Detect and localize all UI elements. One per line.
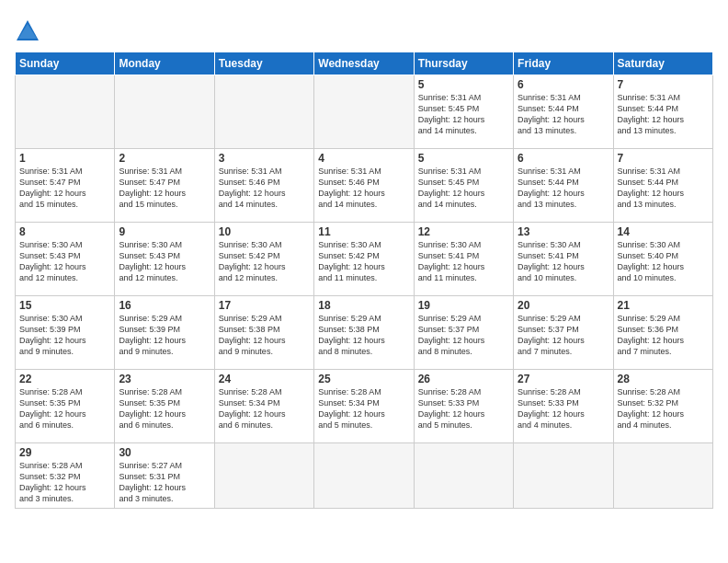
day-number: 5: [418, 78, 509, 91]
cell-info: Sunrise: 5:31 AM Sunset: 5:45 PM Dayligh…: [418, 166, 509, 211]
cell-info: Sunrise: 5:28 AM Sunset: 5:34 PM Dayligh…: [318, 386, 409, 431]
day-number: 5: [418, 152, 509, 165]
calendar-cell: 11Sunrise: 5:30 AM Sunset: 5:42 PM Dayli…: [314, 223, 414, 296]
cell-info: Sunrise: 5:28 AM Sunset: 5:32 PM Dayligh…: [618, 386, 709, 431]
day-number: 10: [219, 225, 310, 238]
day-number: 4: [318, 152, 409, 165]
calendar-cell: 12Sunrise: 5:30 AM Sunset: 5:41 PM Dayli…: [414, 223, 513, 296]
calendar-cell: 1Sunrise: 5:31 AM Sunset: 5:47 PM Daylig…: [16, 149, 115, 223]
calendar-cell: 8Sunrise: 5:30 AM Sunset: 5:43 PM Daylig…: [16, 223, 115, 296]
calendar-cell: 10Sunrise: 5:30 AM Sunset: 5:42 PM Dayli…: [214, 223, 313, 296]
day-number: 6: [518, 78, 609, 91]
calendar-cell: 17Sunrise: 5:29 AM Sunset: 5:38 PM Dayli…: [214, 296, 313, 370]
calendar-cell: 6Sunrise: 5:31 AM Sunset: 5:44 PM Daylig…: [514, 75, 613, 149]
cell-info: Sunrise: 5:31 AM Sunset: 5:46 PM Dayligh…: [219, 166, 310, 211]
cell-info: Sunrise: 5:30 AM Sunset: 5:39 PM Dayligh…: [19, 313, 110, 358]
cell-info: Sunrise: 5:29 AM Sunset: 5:37 PM Dayligh…: [418, 313, 509, 358]
day-number: 28: [618, 373, 709, 385]
cell-info: Sunrise: 5:30 AM Sunset: 5:41 PM Dayligh…: [418, 239, 509, 284]
calendar-cell: 23Sunrise: 5:28 AM Sunset: 5:35 PM Dayli…: [115, 370, 214, 443]
calendar-cell: 26Sunrise: 5:28 AM Sunset: 5:33 PM Dayli…: [414, 370, 513, 443]
day-header-thursday: Thursday: [414, 52, 513, 75]
cell-info: Sunrise: 5:30 AM Sunset: 5:42 PM Dayligh…: [318, 239, 409, 284]
day-number: 15: [19, 299, 110, 312]
calendar-cell: [214, 75, 313, 149]
cell-info: Sunrise: 5:31 AM Sunset: 5:44 PM Dayligh…: [518, 92, 609, 137]
logo-icon: [15, 18, 40, 44]
day-number: 23: [119, 373, 210, 385]
day-header-monday: Monday: [115, 52, 214, 75]
calendar-week-4: 22Sunrise: 5:28 AM Sunset: 5:35 PM Dayli…: [16, 370, 713, 443]
day-number: 6: [518, 152, 609, 165]
day-number: 14: [618, 225, 709, 238]
svg-marker-1: [18, 24, 37, 39]
cell-info: Sunrise: 5:30 AM Sunset: 5:40 PM Dayligh…: [618, 239, 709, 284]
day-header-friday: Friday: [514, 52, 613, 75]
calendar-cell: [214, 443, 313, 509]
calendar-cell: 7Sunrise: 5:31 AM Sunset: 5:44 PM Daylig…: [613, 75, 712, 149]
cell-info: Sunrise: 5:29 AM Sunset: 5:38 PM Dayligh…: [219, 313, 310, 358]
day-number: 25: [318, 373, 409, 385]
day-number: 7: [618, 78, 709, 91]
cell-info: Sunrise: 5:30 AM Sunset: 5:42 PM Dayligh…: [219, 239, 310, 284]
calendar-week-5: 29Sunrise: 5:28 AM Sunset: 5:32 PM Dayli…: [16, 443, 713, 509]
cell-info: Sunrise: 5:29 AM Sunset: 5:37 PM Dayligh…: [518, 313, 609, 358]
day-number: 19: [418, 299, 509, 312]
day-number: 1: [19, 152, 110, 165]
day-number: 22: [19, 373, 110, 385]
calendar-cell: 20Sunrise: 5:29 AM Sunset: 5:37 PM Dayli…: [514, 296, 613, 370]
day-number: 24: [219, 373, 310, 385]
calendar-table: SundayMondayTuesdayWednesdayThursdayFrid…: [15, 52, 713, 509]
calendar-cell: 16Sunrise: 5:29 AM Sunset: 5:39 PM Dayli…: [115, 296, 214, 370]
cell-info: Sunrise: 5:28 AM Sunset: 5:33 PM Dayligh…: [518, 386, 609, 431]
calendar-cell: 9Sunrise: 5:30 AM Sunset: 5:43 PM Daylig…: [115, 223, 214, 296]
cell-info: Sunrise: 5:28 AM Sunset: 5:35 PM Dayligh…: [119, 386, 210, 431]
calendar-cell: 21Sunrise: 5:29 AM Sunset: 5:36 PM Dayli…: [613, 296, 712, 370]
calendar-week-1: 1Sunrise: 5:31 AM Sunset: 5:47 PM Daylig…: [16, 149, 713, 223]
calendar-cell: 30Sunrise: 5:27 AM Sunset: 5:31 PM Dayli…: [115, 443, 214, 509]
cell-info: Sunrise: 5:27 AM Sunset: 5:31 PM Dayligh…: [119, 460, 210, 505]
day-number: 3: [219, 152, 310, 165]
day-number: 8: [19, 225, 110, 238]
calendar-cell: [514, 443, 613, 509]
cell-info: Sunrise: 5:28 AM Sunset: 5:33 PM Dayligh…: [418, 386, 509, 431]
page-container: SundayMondayTuesdayWednesdayThursdayFrid…: [0, 0, 728, 516]
calendar-cell: [16, 75, 115, 149]
day-number: 13: [518, 225, 609, 238]
day-number: 7: [618, 152, 709, 165]
cell-info: Sunrise: 5:30 AM Sunset: 5:41 PM Dayligh…: [518, 239, 609, 284]
calendar-week-3: 15Sunrise: 5:30 AM Sunset: 5:39 PM Dayli…: [16, 296, 713, 370]
calendar-cell: 13Sunrise: 5:30 AM Sunset: 5:41 PM Dayli…: [514, 223, 613, 296]
day-number: 30: [119, 446, 210, 459]
cell-info: Sunrise: 5:28 AM Sunset: 5:35 PM Dayligh…: [19, 386, 110, 431]
day-header-saturday: Saturday: [613, 52, 712, 75]
calendar-cell: [613, 443, 712, 509]
calendar-cell: 29Sunrise: 5:28 AM Sunset: 5:32 PM Dayli…: [16, 443, 115, 509]
day-number: 29: [19, 446, 110, 459]
cell-info: Sunrise: 5:31 AM Sunset: 5:47 PM Dayligh…: [119, 166, 210, 211]
cell-info: Sunrise: 5:31 AM Sunset: 5:44 PM Dayligh…: [518, 166, 609, 211]
calendar-cell: 2Sunrise: 5:31 AM Sunset: 5:47 PM Daylig…: [115, 149, 214, 223]
cell-info: Sunrise: 5:28 AM Sunset: 5:32 PM Dayligh…: [19, 460, 110, 505]
calendar-cell: 27Sunrise: 5:28 AM Sunset: 5:33 PM Dayli…: [514, 370, 613, 443]
cell-info: Sunrise: 5:29 AM Sunset: 5:36 PM Dayligh…: [618, 313, 709, 358]
logo: [15, 18, 44, 44]
cell-info: Sunrise: 5:31 AM Sunset: 5:45 PM Dayligh…: [418, 92, 509, 137]
cell-info: Sunrise: 5:31 AM Sunset: 5:46 PM Dayligh…: [318, 166, 409, 211]
cell-info: Sunrise: 5:30 AM Sunset: 5:43 PM Dayligh…: [119, 239, 210, 284]
calendar-cell: 19Sunrise: 5:29 AM Sunset: 5:37 PM Dayli…: [414, 296, 513, 370]
day-number: 20: [518, 299, 609, 312]
cell-info: Sunrise: 5:31 AM Sunset: 5:47 PM Dayligh…: [19, 166, 110, 211]
calendar-cell: [314, 443, 414, 509]
day-number: 18: [318, 299, 409, 312]
calendar-week-2: 8Sunrise: 5:30 AM Sunset: 5:43 PM Daylig…: [16, 223, 713, 296]
day-number: 16: [119, 299, 210, 312]
calendar-week-0: 5Sunrise: 5:31 AM Sunset: 5:45 PM Daylig…: [16, 75, 713, 149]
calendar-cell: 6Sunrise: 5:31 AM Sunset: 5:44 PM Daylig…: [514, 149, 613, 223]
header: [15, 15, 713, 44]
calendar-cell: 7Sunrise: 5:31 AM Sunset: 5:44 PM Daylig…: [613, 149, 712, 223]
calendar-cell: [314, 75, 414, 149]
header-row: SundayMondayTuesdayWednesdayThursdayFrid…: [16, 52, 713, 75]
cell-info: Sunrise: 5:29 AM Sunset: 5:38 PM Dayligh…: [318, 313, 409, 358]
calendar-cell: 5Sunrise: 5:31 AM Sunset: 5:45 PM Daylig…: [414, 149, 513, 223]
